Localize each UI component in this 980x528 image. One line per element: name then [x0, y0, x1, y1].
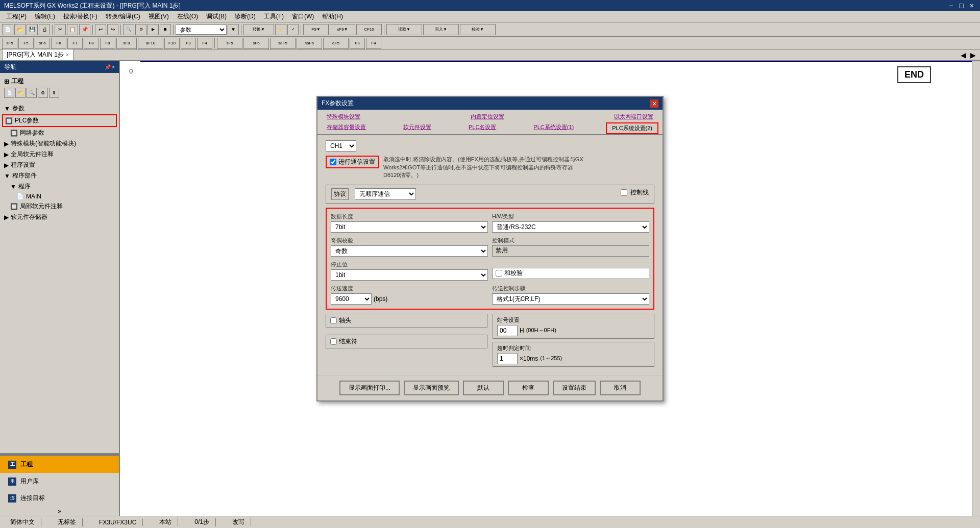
dialog-tab-plcsys2[interactable]: PLC系统设置(2)	[606, 122, 658, 134]
menu-debug[interactable]: 调试(B)	[202, 11, 231, 22]
fx-params-dialog[interactable]: FX参数设置 × 特殊模块设置 内置定位设置 以太网端口设置 存储器容量设置 软…	[316, 96, 664, 401]
sidebar-close-button[interactable]: ×	[112, 64, 115, 70]
tb-btn10[interactable]: CF10	[356, 24, 382, 35]
tab-close-button[interactable]: ×	[66, 52, 69, 58]
dialog-tab-device[interactable]: 软元件设置	[398, 122, 436, 134]
tb2-btn10[interactable]: F10	[164, 38, 180, 49]
dropdown-btn[interactable]: ▼	[228, 24, 239, 35]
dialog-tab-plcname[interactable]: PLC名设置	[463, 122, 501, 134]
sidebar-pin-button[interactable]: 📌	[105, 64, 111, 70]
print-button[interactable]: 🖨	[39, 24, 50, 35]
tb-btn6[interactable]: ⚡	[275, 24, 286, 35]
menu-convert[interactable]: 转换/编译(C)	[102, 11, 144, 22]
data-length-dropdown[interactable]: 7bit 8bit	[331, 221, 488, 233]
menu-search[interactable]: 搜索/替换(F)	[59, 11, 102, 22]
set-button[interactable]: 设置结束	[553, 381, 596, 395]
dialog-close-button[interactable]: ×	[650, 99, 658, 108]
tree-item-params[interactable]: ▼ 参数	[2, 103, 117, 114]
menu-help[interactable]: 帮助(H)	[318, 11, 347, 22]
menu-project[interactable]: 工程(P)	[2, 11, 31, 22]
undo-button[interactable]: ↩	[95, 24, 106, 35]
sidebar-tab-project[interactable]: 工 工程	[0, 456, 119, 473]
tb2-btn14[interactable]: sF6	[243, 38, 269, 49]
tb-btn11[interactable]: 读取▼	[386, 24, 422, 35]
axis-checkbox[interactable]	[330, 317, 337, 324]
tree-item-special[interactable]: ▶ 特殊模块(智能功能模块)	[2, 138, 117, 149]
tree-item-plc-params[interactable]: 🔲 PLC参数	[2, 114, 117, 127]
program-dropdown[interactable]: 参数	[176, 24, 227, 35]
tab-prg-main[interactable]: [PRG]写入 MAIN 1步 ×	[2, 49, 74, 60]
window-controls[interactable]: − □ ×	[947, 2, 976, 10]
tb2-btn9[interactable]: aF10	[138, 38, 163, 49]
cut-button[interactable]: ✂	[55, 24, 66, 35]
station-input[interactable]	[497, 325, 518, 336]
control-line-checkbox[interactable]	[621, 189, 627, 196]
sidebar-btn5[interactable]: ⬆	[49, 88, 59, 98]
menu-view[interactable]: 视图(V)	[144, 11, 173, 22]
end-code-checkbox[interactable]	[330, 338, 337, 345]
tb2-btn18[interactable]: F3	[350, 38, 365, 49]
tb2-btn4[interactable]: F6	[51, 38, 66, 49]
parity-dropdown[interactable]: 奇数 偶数 无	[331, 245, 488, 257]
tb2-btn17[interactable]: aF5	[323, 38, 349, 49]
tb2-btn15[interactable]: saF5	[270, 38, 296, 49]
tb-btn9[interactable]: sF9▼	[330, 24, 355, 35]
new-button[interactable]: 📄	[2, 24, 13, 35]
minimize-button[interactable]: −	[947, 2, 955, 10]
comm-checkbox-label[interactable]: 进行通信设置	[326, 156, 379, 168]
dialog-tab-position[interactable]: 内置定位设置	[465, 112, 509, 121]
tb2-btn8[interactable]: sF9	[116, 38, 137, 49]
transfer-rate-dropdown[interactable]: 1200 2400 4800 9600 19200 38400	[331, 293, 372, 305]
stop-bit-dropdown[interactable]: 1bit 2bit	[331, 269, 488, 281]
tb-btn4[interactable]: ⏹	[160, 24, 171, 35]
tb2-btn5[interactable]: F7	[67, 38, 83, 49]
tb2-btn16[interactable]: saF6	[297, 38, 322, 49]
tree-item-device-mem[interactable]: ▶ 软元件存储器	[2, 212, 117, 222]
sidebar-btn4[interactable]: ⚙	[38, 88, 48, 98]
hw-type-dropdown[interactable]: 普通/RS-232C RS-422/485	[492, 221, 649, 233]
default-button[interactable]: 默认	[463, 381, 504, 395]
sidebar-tab-userlib[interactable]: 用 用户库	[0, 473, 119, 490]
preview-button[interactable]: 显示画面预览	[404, 381, 459, 395]
sum-check-checkbox[interactable]	[496, 270, 502, 276]
copy-button[interactable]: 📋	[67, 24, 78, 35]
tree-item-program[interactable]: ▼ 程序	[8, 181, 117, 192]
tb2-btn13[interactable]: sF5	[217, 38, 242, 49]
redo-button[interactable]: ↪	[107, 24, 118, 35]
close-button[interactable]: ×	[968, 2, 976, 10]
tb-btn7[interactable]: ✓	[287, 24, 299, 35]
cancel-button[interactable]: 取消	[600, 381, 641, 395]
tb-btn5[interactable]: 转换▼	[243, 24, 274, 35]
dialog-tab-memory[interactable]: 存储器容量设置	[322, 122, 371, 134]
tb2-btn12[interactable]: F4	[197, 38, 212, 49]
dialog-tab-plcsys1[interactable]: PLC系统设置(1)	[528, 122, 579, 134]
transfer-control-dropdown[interactable]: 格式1(无CR,LF) 格式2(有CR,LF) 格式4	[492, 293, 649, 305]
menu-edit[interactable]: 编辑(E)	[31, 11, 59, 22]
sidebar-expand-arrow[interactable]: »	[0, 507, 119, 516]
tb-btn12[interactable]: 写入▼	[423, 24, 459, 35]
tree-item-prog-parts[interactable]: ▼ 程序部件	[2, 170, 117, 181]
tb-btn13[interactable]: 校验▼	[460, 24, 496, 35]
nav-prev[interactable]: ◀	[959, 50, 968, 60]
menu-tools[interactable]: 工具(T)	[260, 11, 288, 22]
tb2-btn11[interactable]: F3	[181, 38, 196, 49]
print-button[interactable]: 显示画面打印...	[339, 381, 400, 395]
menu-window[interactable]: 窗口(W)	[288, 11, 318, 22]
sidebar-tab-connection[interactable]: 连 连接目标	[0, 490, 119, 507]
open-button[interactable]: 📂	[14, 24, 26, 35]
ch1-dropdown[interactable]: CH1 CH2	[326, 140, 356, 152]
protocol-dropdown[interactable]: 无顺序通信 编程协议 MC协议	[355, 188, 416, 199]
sidebar-btn2[interactable]: 📂	[15, 88, 26, 98]
tb2-btn1[interactable]: sF5	[2, 38, 17, 49]
tb-btn3[interactable]: ▶	[148, 24, 159, 35]
tree-item-prog-settings[interactable]: ▶ 程序设置	[2, 160, 117, 170]
tb-btn2[interactable]: ⚙	[135, 24, 146, 35]
check-button[interactable]: 检查	[508, 381, 549, 395]
tree-item-local-comment[interactable]: 🔲 局部软元件注释	[8, 201, 117, 212]
nav-next[interactable]: ▶	[968, 50, 978, 60]
tb-btn8[interactable]: F9▼	[303, 24, 329, 35]
tb-btn1[interactable]: 🔍	[123, 24, 134, 35]
restore-button[interactable]: □	[957, 2, 965, 10]
menu-diagnose[interactable]: 诊断(D)	[231, 11, 260, 22]
tb2-btn3[interactable]: sF6	[35, 38, 50, 49]
